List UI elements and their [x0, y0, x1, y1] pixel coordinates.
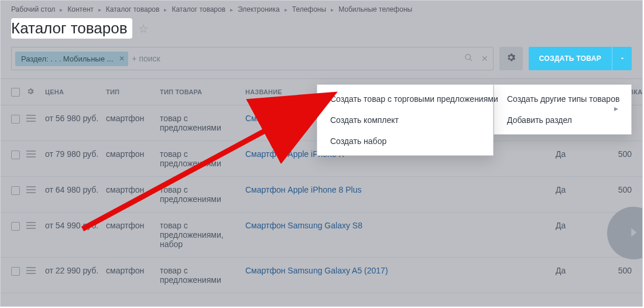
- chevron-right-icon: ▸: [164, 6, 167, 13]
- create-submenu-with-offers[interactable]: Создать товар с торговыми предложениями: [317, 88, 493, 109]
- row-actions-icon[interactable]: [26, 222, 36, 229]
- cell-sort: 500: [597, 149, 632, 159]
- row-actions-icon[interactable]: [26, 267, 36, 274]
- col-price[interactable]: ЦЕНА: [45, 88, 106, 95]
- cell-product-type: товар с предложениями: [160, 266, 245, 285]
- cell-type: смартфон: [106, 149, 160, 159]
- table-row: от 22 990 руб.смартфонтовар с предложени…: [1, 258, 642, 293]
- cell-active: Да: [556, 185, 597, 194]
- cell-sort: 500: [597, 266, 632, 275]
- filter-chip-label: Раздел: . . . Мобильные ...: [21, 54, 113, 63]
- cell-name: Смартфон Samsung Galaxy A5 (2017): [245, 266, 556, 275]
- cell-active: Да: [556, 266, 597, 275]
- create-submenu-bundle[interactable]: Создать комплект: [317, 109, 493, 131]
- cell-name: Смартфон Samsung Galaxy S8: [245, 221, 556, 230]
- row-actions-icon[interactable]: [26, 186, 36, 193]
- cell-active: Да: [556, 149, 597, 159]
- chevron-down-icon: [619, 54, 625, 63]
- chevron-right-icon: ▸: [230, 6, 233, 13]
- chevron-right-icon: [627, 223, 640, 244]
- settings-button[interactable]: [499, 47, 523, 70]
- row-checkbox[interactable]: [11, 222, 20, 231]
- cell-type: смартфон: [106, 221, 160, 230]
- gear-icon: [506, 52, 516, 65]
- cell-product-type: товар с предложениями: [160, 114, 245, 132]
- cell-active: Да: [556, 221, 597, 230]
- create-product-button[interactable]: СОЗДАТЬ ТОВАР: [529, 47, 612, 70]
- product-link[interactable]: Смартфон Samsung Galaxy A5 (2017): [245, 266, 388, 275]
- cell-name: Смартфон Apple iPhone 8 Plus: [245, 185, 556, 194]
- row-actions-icon[interactable]: [26, 150, 36, 158]
- row-checkbox[interactable]: [11, 150, 20, 159]
- breadcrumb: Рабочий стол▸ Контент▸ Каталог товаров▸ …: [1, 1, 642, 16]
- select-all-checkbox[interactable]: [11, 88, 20, 97]
- crumb-2[interactable]: Каталог товаров: [106, 5, 160, 13]
- crumb-3[interactable]: Каталог товаров: [172, 5, 225, 13]
- cell-type: смартфон: [106, 114, 160, 123]
- cell-price: от 54 990 руб.: [45, 221, 106, 230]
- filter-chip-section[interactable]: Раздел: . . . Мобильные ... ✕: [15, 52, 128, 66]
- cell-sort: 500: [597, 185, 632, 194]
- search-placeholder: + поиск: [132, 54, 160, 63]
- col-type[interactable]: ТИП: [106, 88, 160, 95]
- cell-price: от 79 980 руб.: [45, 149, 106, 159]
- create-product-dropdown-toggle[interactable]: [612, 47, 632, 70]
- cell-product-type: товар с предложениями, набор: [160, 221, 245, 249]
- row-checkbox[interactable]: [11, 267, 20, 276]
- create-submenu: Создать товар с торговыми предложениями …: [317, 84, 494, 156]
- menu-label: Создать другие типы товаров: [507, 94, 619, 104]
- cell-type: смартфон: [106, 185, 160, 194]
- chevron-right-icon: ▸: [285, 6, 287, 13]
- gear-icon[interactable]: [26, 87, 35, 97]
- clear-icon[interactable]: ✕: [481, 54, 488, 63]
- chevron-right-icon: ▸: [331, 6, 334, 13]
- create-submenu-set[interactable]: Создать набор: [317, 131, 493, 152]
- create-menu: Создать другие типы товаров ▸ Добавить р…: [494, 84, 632, 135]
- create-menu-other-types[interactable]: Создать другие типы товаров ▸: [494, 88, 631, 109]
- table-row: от 54 990 руб.смартфонтовар с предложени…: [1, 213, 642, 258]
- svg-line-1: [470, 59, 472, 61]
- chevron-right-icon: ▸: [98, 6, 101, 13]
- crumb-0[interactable]: Рабочий стол: [11, 5, 55, 13]
- cell-price: от 22 990 руб.: [45, 266, 106, 275]
- table-row: от 64 980 руб.смартфонтовар с предложени…: [1, 177, 642, 213]
- row-actions-icon[interactable]: [26, 115, 36, 122]
- search-icon[interactable]: [464, 53, 473, 64]
- crumb-1[interactable]: Контент: [67, 5, 93, 13]
- cell-product-type: товар с предложениями: [160, 149, 245, 168]
- chevron-right-icon: ▸: [60, 6, 63, 13]
- row-checkbox[interactable]: [11, 115, 20, 124]
- row-checkbox[interactable]: [11, 186, 20, 195]
- cell-product-type: товар с предложениями: [160, 185, 245, 204]
- star-icon[interactable]: ☆: [138, 22, 149, 36]
- page-title: Каталог товаров: [11, 18, 132, 39]
- cell-price: от 56 980 руб.: [45, 114, 106, 123]
- crumb-5[interactable]: Телефоны: [292, 5, 326, 13]
- chevron-right-icon: ▸: [614, 104, 618, 113]
- close-icon[interactable]: ✕: [119, 54, 125, 63]
- cell-price: от 64 980 руб.: [45, 185, 106, 194]
- create-menu-add-section[interactable]: Добавить раздел: [494, 109, 631, 131]
- filter-search-box[interactable]: Раздел: . . . Мобильные ... ✕ + поиск ✕: [11, 47, 494, 70]
- product-link[interactable]: Смартфон Apple iPhone 8 Plus: [245, 185, 361, 194]
- col-product-type[interactable]: ТИП ТОВАРА: [160, 88, 245, 95]
- svg-point-0: [465, 54, 471, 60]
- product-link[interactable]: Смартфон Samsung Galaxy S8: [245, 221, 362, 230]
- crumb-4[interactable]: Электроника: [238, 5, 280, 13]
- crumb-6[interactable]: Мобильные телефоны: [338, 5, 412, 13]
- cell-type: смартфон: [106, 266, 160, 275]
